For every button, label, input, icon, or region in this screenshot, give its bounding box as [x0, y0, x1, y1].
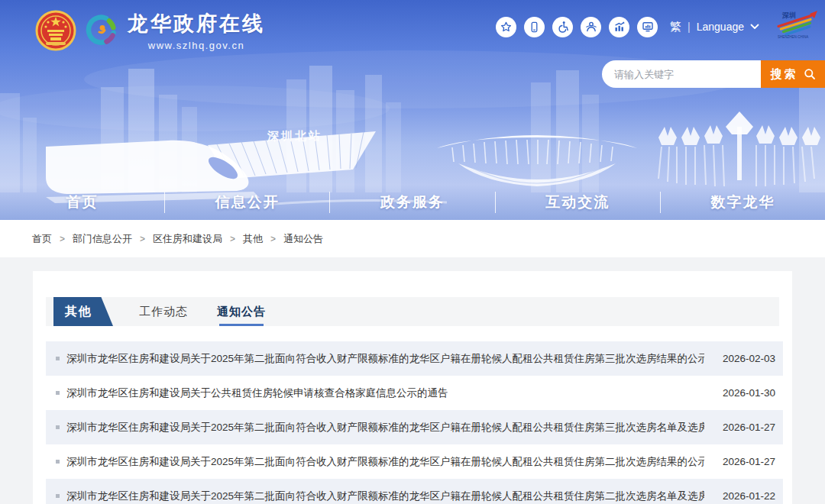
brand-text: 龙华政府在线 www.szlhq.gov.cn [128, 10, 265, 51]
breadcrumb-separator: > [230, 234, 235, 244]
main-navigation: 首页 信息公开 政务服务 互动交流 数字龙华 [0, 185, 825, 220]
notice-title[interactable]: 深圳市龙华区住房和建设局关于2025年第二批面向符合收入财产限额标准的龙华区户籍… [66, 455, 704, 469]
tab-notices[interactable]: 通知公告 [214, 297, 269, 326]
nav-item-gov-services[interactable]: 政务服务 [330, 192, 494, 212]
bullet-icon [56, 357, 60, 360]
search-button-label: 搜索 [771, 67, 798, 82]
page: 龙华政府在线 www.szlhq.gov.cn [0, 0, 825, 504]
breadcrumb-other[interactable]: 其他 [243, 232, 263, 246]
language-label: Language [697, 21, 744, 33]
notice-date: 2026-01-30 [723, 387, 775, 399]
svg-text:深圳: 深圳 [781, 11, 796, 19]
language-switcher[interactable]: 繁 | Language [670, 20, 759, 34]
brand[interactable]: 龙华政府在线 www.szlhq.gov.cn [35, 10, 265, 51]
tab-bar: 其他 工作动态 通知公告 [46, 297, 779, 326]
site-title: 龙华政府在线 [128, 10, 265, 37]
breadcrumb-separator: > [270, 234, 276, 244]
bullet-icon [56, 391, 60, 395]
star-icon [500, 21, 512, 33]
mobile-icon [529, 21, 540, 33]
chart-icon [613, 21, 626, 33]
notice-row[interactable]: 深圳市龙华区住房和建设局关于2025年第二批面向符合收入财产限额标准的龙华区户籍… [46, 341, 783, 376]
site-url: www.szlhq.gov.cn [128, 40, 265, 51]
site-header: 龙华政府在线 www.szlhq.gov.cn [0, 0, 825, 220]
header-utilities: 繁 | Language 深圳 SHENZHEN·CH [496, 9, 819, 44]
bullet-icon [56, 494, 60, 498]
breadcrumb-dept-info[interactable]: 部门信息公开 [73, 232, 132, 246]
notice-date: 2026-01-22 [723, 490, 775, 502]
traditional-chinese-toggle[interactable]: 繁 [670, 20, 681, 34]
person-icon [585, 21, 597, 33]
notice-date: 2026-01-27 [723, 422, 775, 433]
tab-work-dynamics[interactable]: 工作动态 [136, 297, 191, 326]
media-button[interactable] [637, 17, 658, 37]
nav-item-home[interactable]: 首页 [0, 192, 164, 212]
nav-item-interaction[interactable]: 互动交流 [496, 192, 660, 212]
longhua-logo-icon [83, 13, 118, 48]
breadcrumb-notices: 通知公告 [283, 232, 323, 246]
page-background: 其他 工作动态 通知公告 深圳市龙华区住房和建设局关于2025年第二批面向符合收… [0, 257, 825, 504]
chevron-down-icon [750, 24, 759, 30]
breadcrumb-separator: > [60, 234, 65, 244]
search-bar: 搜索 [602, 60, 825, 88]
notice-title[interactable]: 深圳市龙华区住房和建设局关于2025年第二批面向符合收入财产限额标准的龙华区户籍… [66, 421, 704, 435]
svg-text:SHENZHEN·CHINA: SHENZHEN·CHINA [778, 35, 808, 39]
notice-row[interactable]: 深圳市龙华区住房和建设局关于2025年第二批面向符合收入财产限额标准的龙华区户籍… [46, 444, 783, 479]
nav-item-info-disclosure[interactable]: 信息公开 [165, 192, 329, 212]
breadcrumb-housing-bureau[interactable]: 区住房和建设局 [153, 232, 222, 246]
notice-title[interactable]: 深圳市龙华区住房和建设局关于2025年第二批面向符合收入财产限额标准的龙华区户籍… [66, 489, 704, 503]
mobile-button[interactable] [524, 17, 545, 37]
search-button[interactable]: 搜索 [761, 60, 825, 88]
notice-title[interactable]: 深圳市龙华区住房和建设局关于2025年第二批面向符合收入财产限额标准的龙华区户籍… [66, 352, 704, 366]
national-emblem-icon [35, 10, 76, 51]
breadcrumb: 首页 > 部门信息公开 > 区住房和建设局 > 其他 > 通知公告 [0, 220, 825, 257]
elderly-mode-button[interactable] [581, 17, 601, 37]
accessibility-button[interactable] [552, 17, 573, 37]
notice-row[interactable]: 深圳市龙华区住房和建设局关于2025年第二批面向符合收入财产限额标准的龙华区户籍… [46, 479, 783, 504]
shenzhen-gov-logo[interactable]: 深圳 SHENZHEN·CHINA [772, 9, 819, 44]
search-icon [804, 68, 816, 80]
category-tab-other[interactable]: 其他 [53, 297, 113, 326]
notice-date: 2026-02-03 [723, 353, 775, 364]
language-divider: | [688, 21, 691, 33]
station-label: 深圳北站 [267, 129, 322, 144]
breadcrumb-home[interactable]: 首页 [32, 232, 52, 246]
star-button[interactable] [496, 17, 516, 37]
shenzhen-logo-icon: 深圳 SHENZHEN·CHINA [772, 9, 819, 41]
notice-row[interactable]: 深圳市龙华区住房和建设局关于公共租赁住房轮候申请核查合格家庭信息公示的通告 20… [46, 376, 783, 410]
notice-date: 2026-01-27 [723, 456, 775, 467]
notice-list: 深圳市龙华区住房和建设局关于2025年第二批面向符合收入财产限额标准的龙华区户籍… [46, 341, 783, 504]
nav-item-digital-longhua[interactable]: 数字龙华 [661, 192, 825, 212]
bullet-icon [56, 460, 60, 464]
data-button[interactable] [609, 17, 629, 37]
bullet-icon [56, 425, 60, 429]
monitor-icon [642, 21, 654, 33]
notice-row[interactable]: 深圳市龙华区住房和建设局关于2025年第二批面向符合收入财产限额标准的龙华区户籍… [46, 410, 783, 444]
search-input[interactable] [602, 60, 761, 88]
notice-title[interactable]: 深圳市龙华区住房和建设局关于公共租赁住房轮候申请核查合格家庭信息公示的通告 [66, 386, 704, 400]
wheelchair-icon [557, 21, 569, 33]
content-card: 其他 工作动态 通知公告 深圳市龙华区住房和建设局关于2025年第二批面向符合收… [33, 271, 792, 504]
breadcrumb-separator: > [140, 234, 145, 244]
